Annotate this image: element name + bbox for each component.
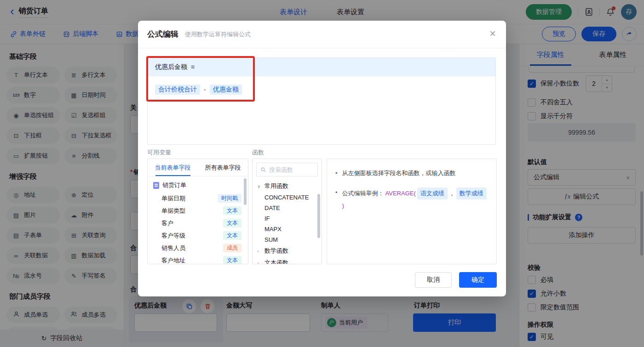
- function-search[interactable]: [256, 163, 318, 176]
- variable-name: 单据类型: [161, 207, 185, 215]
- formula-target-row: 优惠后金额 =: [148, 58, 495, 76]
- variables-root-node[interactable]: 销货订单: [148, 176, 248, 192]
- modal-subtitle: 使用数学运算符编辑公式: [185, 30, 251, 39]
- modal-title: 公式编辑: [147, 29, 178, 40]
- formula-operator: -: [204, 86, 206, 93]
- variable-type-badge: 文本: [223, 256, 242, 264]
- variables-section-label: 可用变量: [147, 148, 171, 157]
- chevron-right-icon: ›: [257, 249, 262, 254]
- variable-type-badge: 时间戳: [218, 194, 242, 203]
- example-function-name: AVERAGE(: [385, 188, 416, 199]
- bullet-icon: •: [335, 168, 338, 178]
- formula-equals: =: [191, 63, 195, 71]
- functions-section-label: 函数: [252, 148, 264, 157]
- variable-row[interactable]: 单据日期时间戳: [148, 192, 248, 205]
- function-item[interactable]: SUM: [253, 234, 322, 245]
- function-item[interactable]: IF: [253, 213, 322, 224]
- variable-row[interactable]: 客户文本: [148, 217, 248, 229]
- tip-example: 公式编辑举例： AVERAGE( 语文成绩 ， 数学成绩 ): [342, 188, 488, 211]
- example-arg-chip: 数学成绩: [456, 188, 487, 199]
- group-label: 文本函数: [264, 259, 288, 264]
- group-label: 数学函数: [264, 247, 288, 255]
- variable-name: 客户等级: [161, 232, 185, 240]
- close-icon[interactable]: ×: [489, 28, 496, 39]
- variable-name: 客户: [161, 219, 173, 228]
- variables-panel: 当前表单字段 所有表单字段 销货订单 单据日期时间戳 单据类型文本 客户文本 客…: [147, 159, 248, 264]
- form-doc-icon: [153, 182, 159, 189]
- formula-operand-chip[interactable]: 合计价税合计: [155, 85, 200, 95]
- function-item[interactable]: DATE: [253, 203, 322, 213]
- variable-type-badge: 文本: [223, 231, 242, 240]
- function-item[interactable]: MAPX: [253, 224, 322, 234]
- formula-target: 优惠后金额: [155, 63, 187, 71]
- search-icon: [260, 167, 266, 173]
- variable-type-badge: 成员: [223, 244, 242, 252]
- variable-row[interactable]: 客户地址文本: [148, 254, 248, 264]
- variable-type-badge: 文本: [223, 206, 242, 215]
- variable-name: 销售人员: [161, 244, 185, 252]
- variable-row[interactable]: 单据类型文本: [148, 205, 248, 217]
- scrollbar-thumb[interactable]: [244, 178, 247, 205]
- function-group-text[interactable]: › 文本函数: [253, 257, 322, 264]
- tab-all-form-fields[interactable]: 所有表单字段: [198, 159, 248, 176]
- variable-type-badge: 文本: [223, 219, 242, 228]
- formula-operand-chip[interactable]: 优惠金额: [210, 85, 242, 95]
- example-close-paren: ): [342, 201, 344, 211]
- functions-panel: ∨ 常用函数 CONCATENATE DATE IF MAPX SUM › 数学…: [252, 159, 322, 264]
- cancel-button[interactable]: 取消: [415, 272, 452, 288]
- chevron-right-icon: ›: [257, 261, 262, 265]
- confirm-button[interactable]: 确定: [459, 272, 497, 288]
- formula-help-panel: • 从左侧面板选择字段名和函数，或输入函数 • 公式编辑举例： AVERAGE(…: [327, 159, 497, 264]
- group-label: 常用函数: [264, 182, 288, 190]
- scrollbar-thumb[interactable]: [317, 194, 320, 238]
- variable-row[interactable]: 销售人员成员: [148, 242, 248, 254]
- function-search-input[interactable]: [269, 166, 310, 173]
- formula-edit-modal: 公式编辑 使用数学运算符编辑公式 × 优惠后金额 = 合计价税合计 - 优惠金额…: [138, 21, 506, 296]
- chevron-down-icon: ∨: [257, 184, 262, 189]
- function-group-common[interactable]: ∨ 常用函数: [253, 180, 322, 192]
- root-node-label: 销货订单: [162, 181, 186, 189]
- tab-current-form-fields[interactable]: 当前表单字段: [148, 159, 198, 176]
- function-group-math[interactable]: › 数学函数: [253, 245, 322, 257]
- variable-name: 单据日期: [161, 194, 185, 203]
- formula-editor[interactable]: 优惠后金额 = 合计价税合计 - 优惠金额: [147, 57, 496, 145]
- variable-name: 客户地址: [161, 256, 185, 265]
- example-arg-chip: 语文成绩: [417, 188, 448, 199]
- function-item[interactable]: CONCATENATE: [253, 192, 322, 203]
- variable-row[interactable]: 客户等级文本: [148, 229, 248, 242]
- tip-text: 从左侧面板选择字段名和函数，或输入函数: [342, 168, 456, 178]
- bullet-icon: •: [335, 188, 338, 198]
